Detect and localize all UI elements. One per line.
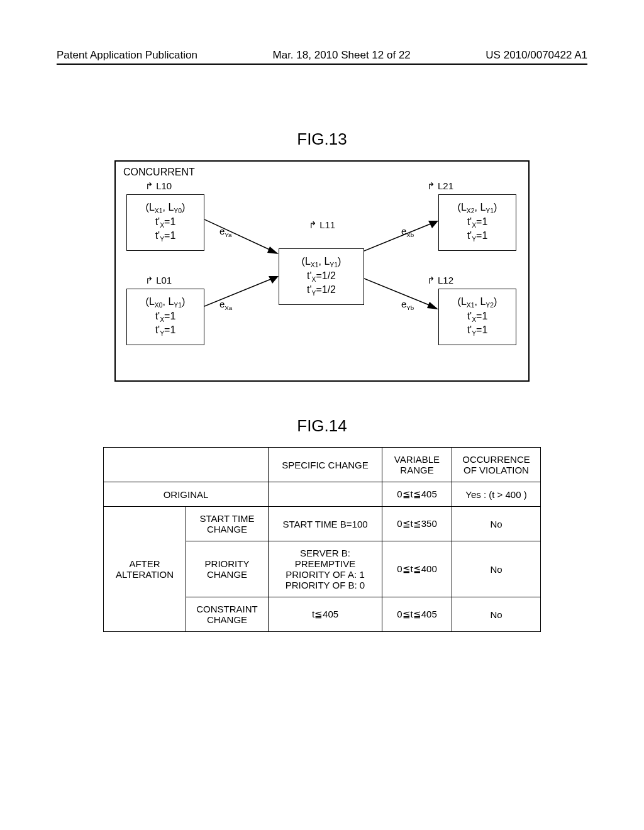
cell-start-time-label: START TIMECHANGE [186, 507, 269, 541]
label-l10: ↱ L10 [145, 180, 172, 192]
node-l21-line2: t'X=1 [450, 216, 504, 230]
row-original: ORIGINAL 0≦t≦405 Yes : (t > 400 ) [104, 482, 541, 507]
cell-constraint-occ: No [452, 597, 541, 632]
label-l12-text: L12 [438, 275, 453, 285]
node-l11-line1: (LX1, LY1) [291, 255, 352, 270]
figure-13: FIG.13 CONCURRENT ↱ L10 (LX1, LY0) t'X=1… [0, 119, 644, 382]
label-l11-text: L11 [319, 219, 335, 230]
page: Patent Application Publication Mar. 18, … [0, 0, 644, 830]
node-l10-line3: t'Y=1 [138, 230, 192, 244]
page-header: Patent Application Publication Mar. 18, … [57, 49, 587, 67]
header-row: Patent Application Publication Mar. 18, … [57, 49, 587, 65]
label-l21-text: L21 [438, 180, 453, 191]
cell-original-label: ORIGINAL [104, 482, 269, 507]
cell-start-time-occ: No [452, 507, 541, 541]
cell-priority-specific: SERVER B:PREEMPTIVEPRIORITY OF A: 1PRIOR… [269, 541, 382, 597]
cell-constraint-range: 0≦t≦405 [382, 597, 452, 632]
header-right: US 2010/0070422 A1 [486, 49, 587, 62]
svg-line-4 [364, 223, 432, 251]
cell-original-occ: Yes : (t > 400 ) [452, 482, 541, 507]
table-header-row: SPECIFIC CHANGE VARIABLERANGE OCCURRENCE… [104, 448, 541, 482]
svg-marker-7 [427, 302, 438, 309]
label-l21: ↱ L21 [427, 180, 453, 192]
node-l01: (LX0, LY1) t'X=1 t'Y=1 [126, 289, 204, 345]
svg-line-6 [364, 279, 432, 306]
arrow-exb [364, 219, 440, 257]
label-l11: ↱ L11 [309, 219, 335, 231]
node-l12: (LX1, LY2) t'X=1 t'Y=1 [438, 289, 516, 345]
node-l12-line3: t'Y=1 [450, 324, 504, 338]
concurrent-label: CONCURRENT [123, 167, 521, 178]
cell-start-time-range: 0≦t≦350 [382, 507, 452, 541]
node-l01-line1: (LX0, LY1) [138, 296, 192, 310]
header-left: Patent Application Publication [57, 49, 197, 62]
arrow-exa [204, 275, 280, 313]
node-l21: (LX2, LY1) t'X=1 t'Y=1 [438, 194, 516, 251]
figure-13-title: FIG.13 [0, 130, 644, 149]
svg-line-2 [204, 279, 272, 306]
header-mid: Mar. 18, 2010 Sheet 12 of 22 [273, 49, 411, 62]
diagram: ↱ L10 (LX1, LY0) t'X=1 t'Y=1 ↱ L21 (LX2,… [123, 180, 519, 369]
cell-original-specific [269, 482, 382, 507]
figure-14-title: FIG.14 [0, 416, 644, 436]
label-l10-text: L10 [156, 180, 172, 191]
cell-priority-occ: No [452, 541, 541, 597]
figure-13-box: CONCURRENT ↱ L10 (LX1, LY0) t'X=1 t'Y=1 … [114, 160, 530, 382]
header-empty [104, 448, 269, 482]
node-l12-line1: (LX1, LY2) [450, 296, 504, 310]
cell-priority-range: 0≦t≦400 [382, 541, 452, 597]
row-start-time: AFTERALTERATION START TIMECHANGE START T… [104, 507, 541, 541]
node-l21-line1: (LX2, LY1) [450, 201, 504, 216]
node-l11-line3: t'Y=1/2 [291, 284, 352, 298]
cell-start-time-specific: START TIME B=100 [269, 507, 382, 541]
cell-constraint-label: CONSTRAINTCHANGE [186, 597, 269, 632]
node-l12-line2: t'X=1 [450, 310, 504, 324]
header-variable-range: VARIABLERANGE [382, 448, 452, 482]
node-l01-line3: t'Y=1 [138, 324, 192, 338]
label-l01: ↱ L01 [145, 275, 172, 286]
edge-eya: eeYaYa [219, 226, 232, 238]
edge-exa: eXa [219, 299, 232, 311]
node-l10-line2: t'X=1 [138, 216, 192, 230]
node-l10: (LX1, LY0) t'X=1 t'Y=1 [126, 194, 204, 251]
cell-original-range: 0≦t≦405 [382, 482, 452, 507]
node-l01-line2: t'X=1 [138, 310, 192, 324]
edge-eyb: eYb [401, 299, 414, 311]
svg-line-0 [204, 219, 272, 251]
label-l01-text: L01 [156, 275, 172, 285]
node-l10-line1: (LX1, LY0) [138, 201, 192, 216]
cell-priority-label: PRIORITYCHANGE [186, 541, 269, 597]
node-l11-line2: t'X=1/2 [291, 270, 352, 284]
edge-exb: eXb [401, 226, 414, 238]
cell-after-alteration: AFTERALTERATION [104, 507, 186, 632]
header-specific-change: SPECIFIC CHANGE [269, 448, 382, 482]
fig14-table: SPECIFIC CHANGE VARIABLERANGE OCCURRENCE… [103, 447, 541, 632]
arrow-eya [204, 219, 280, 257]
cell-constraint-specific: t≦405 [269, 597, 382, 632]
header-occurrence: OCCURRENCEOF VIOLATION [452, 448, 541, 482]
svg-marker-1 [267, 246, 279, 254]
node-l11: (LX1, LY1) t'X=1/2 t'Y=1/2 [279, 248, 364, 305]
node-l21-line3: t'Y=1 [450, 230, 504, 244]
figure-14: FIG.14 SPECIFIC CHANGE VARIABLERANGE OCC… [0, 406, 644, 632]
